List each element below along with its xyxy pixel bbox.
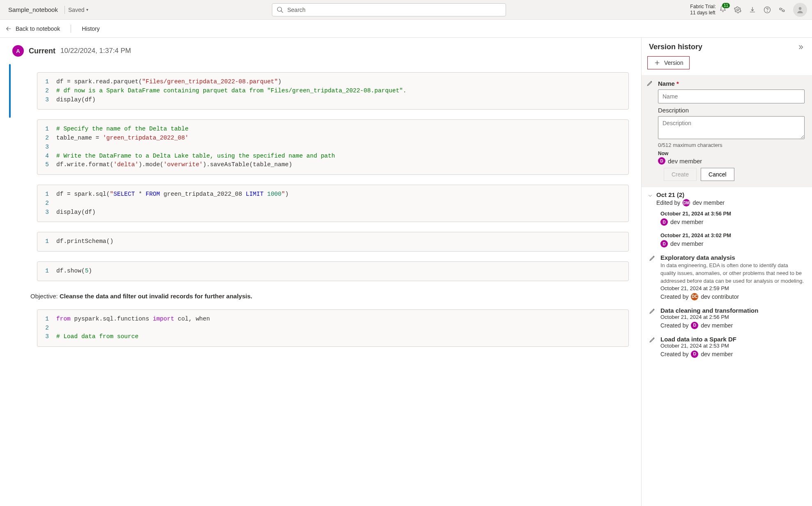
history-breadcrumb[interactable]: History <box>82 25 100 32</box>
arrow-left-icon <box>5 25 12 32</box>
entry-title: Load data into a Spark DF <box>660 336 805 343</box>
code-cell[interactable]: 1from pyspark.sql.functions import col, … <box>37 309 629 347</box>
collapse-panel-icon[interactable] <box>797 44 805 51</box>
help-icon[interactable] <box>764 6 771 14</box>
entry-time: October 21, 2024 at 3:02 PM <box>660 232 805 238</box>
markdown-cell[interactable]: Objective: Cleanse the data and filter o… <box>30 293 629 300</box>
breadcrumb-bar: Back to notebook History <box>0 20 812 38</box>
member-avatar: D <box>691 350 698 358</box>
code-cell[interactable]: 1df.show(5) <box>37 261 629 281</box>
pencil-icon <box>649 307 656 314</box>
notification-badge: 11 <box>722 3 730 8</box>
entry-created-by: Created by D dev member <box>660 350 805 358</box>
description-field-label: Description <box>658 107 805 114</box>
member-avatar: D <box>691 322 698 329</box>
code-cell[interactable]: 1# Specify the name of the Delta table 2… <box>37 119 629 175</box>
chevron-down-icon <box>647 193 653 199</box>
divider <box>64 6 65 14</box>
member-name: dev member <box>670 219 704 225</box>
cancel-button[interactable]: Cancel <box>701 168 734 181</box>
history-entry[interactable]: October 21, 2024 at 3:02 PM D dev member <box>642 230 812 252</box>
notifications-button[interactable]: 11 <box>719 5 727 14</box>
entry-member: D dev member <box>660 218 805 226</box>
history-entry[interactable]: October 21, 2024 at 3:56 PM D dev member <box>642 208 812 230</box>
pencil-icon <box>646 79 654 87</box>
trial-status[interactable]: Fabric Trial: 11 days left <box>690 4 716 16</box>
add-version-button[interactable]: Version <box>647 56 690 69</box>
char-count: 0/512 maximum characters <box>658 142 805 148</box>
member-name: dev member <box>701 322 733 329</box>
saved-label: Saved <box>68 7 85 13</box>
current-title: Current <box>29 47 55 55</box>
member-name: dev member <box>701 351 733 357</box>
history-entry[interactable]: Load data into a Spark DF October 21, 20… <box>642 333 812 362</box>
code-cell[interactable]: 1df = spark.read.parquet("Files/green_tr… <box>37 72 629 110</box>
code-cell[interactable]: 1df = spark.sql("SELECT * FROM green_tri… <box>37 185 629 222</box>
person-icon <box>796 6 804 14</box>
pencil-icon <box>649 254 656 261</box>
now-member: D dev member <box>658 157 805 165</box>
search-placeholder: Search <box>287 7 305 13</box>
current-timestamp: 10/22/2024, 1:37:4 PM <box>60 47 131 55</box>
plus-icon <box>653 59 661 66</box>
notebook-content[interactable]: A Current 10/22/2024, 1:37:4 PM 1df = sp… <box>0 38 641 506</box>
back-label: Back to notebook <box>16 25 60 32</box>
description-input[interactable] <box>658 116 805 139</box>
member-avatar: D <box>660 218 668 226</box>
search-icon <box>276 6 284 14</box>
entry-time: October 21, 2024 at 3:56 PM <box>660 211 805 217</box>
objective-text: Cleanse the data and filter out invalid … <box>60 293 252 300</box>
entry-title: Data cleaning and transformation <box>660 307 805 314</box>
history-group-header[interactable]: Oct 21 (2) Edited by DM dev member <box>642 187 812 208</box>
group-subtitle: Edited by DM dev member <box>656 199 725 206</box>
svg-point-7 <box>799 7 802 10</box>
trial-line1: Fabric Trial: <box>690 4 716 9</box>
svg-point-2 <box>737 9 739 11</box>
member-name: dev member <box>668 158 702 165</box>
svg-point-5 <box>780 8 782 10</box>
settings-icon[interactable] <box>734 6 741 14</box>
member-avatar: DM <box>683 199 690 206</box>
feedback-icon[interactable] <box>778 6 786 14</box>
name-input[interactable] <box>658 89 805 103</box>
top-bar: Sample_notebook Saved ▾ Search Fabric Tr… <box>0 0 812 20</box>
entry-member: D dev member <box>660 240 805 247</box>
svg-line-1 <box>281 11 283 13</box>
svg-point-4 <box>767 11 768 11</box>
now-label: Now <box>658 151 805 156</box>
add-version-label: Version <box>664 60 683 66</box>
history-entry[interactable]: Data cleaning and transformation October… <box>642 305 812 333</box>
trial-line2: 11 days left <box>690 10 716 16</box>
entry-time: October 21, 2024 at 2:56 PM <box>660 314 805 320</box>
current-avatar: A <box>12 45 24 57</box>
code-cell[interactable]: 1df.printSchema() <box>37 232 629 252</box>
saved-status[interactable]: Saved ▾ <box>68 7 88 13</box>
svg-point-0 <box>278 7 282 11</box>
member-avatar: D <box>658 157 665 165</box>
create-button[interactable]: Create <box>664 168 697 181</box>
history-entry[interactable]: Exploratory data analysis In data engine… <box>642 252 812 305</box>
document-title[interactable]: Sample_notebook <box>5 6 61 13</box>
member-avatar: D <box>660 240 668 247</box>
entry-title: Exploratory data analysis <box>660 254 805 261</box>
back-to-notebook-link[interactable]: Back to notebook <box>5 25 60 32</box>
download-icon[interactable] <box>749 6 756 14</box>
entry-time: October 21, 2024 at 2:59 PM <box>660 285 805 291</box>
entry-time: October 21, 2024 at 2:53 PM <box>660 343 805 349</box>
member-name: dev contributor <box>701 293 739 300</box>
pencil-icon <box>649 336 656 343</box>
entry-created-by: Created by DC dev contributor <box>660 293 805 300</box>
panel-title: Version history <box>649 43 702 51</box>
new-version-form: Name * Description 0/512 maximum charact… <box>642 75 812 187</box>
svg-point-6 <box>783 10 785 12</box>
name-field-label: Name * <box>658 80 805 87</box>
search-input[interactable]: Search <box>272 3 506 16</box>
entry-created-by: Created by D dev member <box>660 322 805 329</box>
user-avatar[interactable] <box>793 3 807 17</box>
version-history-panel: Version history Version Name * Descripti… <box>641 38 812 506</box>
entry-description: In data engineering, EDA is often done t… <box>660 262 805 285</box>
member-avatar: DC <box>691 293 698 300</box>
current-version-header: A Current 10/22/2024, 1:37:4 PM <box>12 44 629 62</box>
member-name: dev member <box>670 240 704 247</box>
divider <box>71 25 71 33</box>
